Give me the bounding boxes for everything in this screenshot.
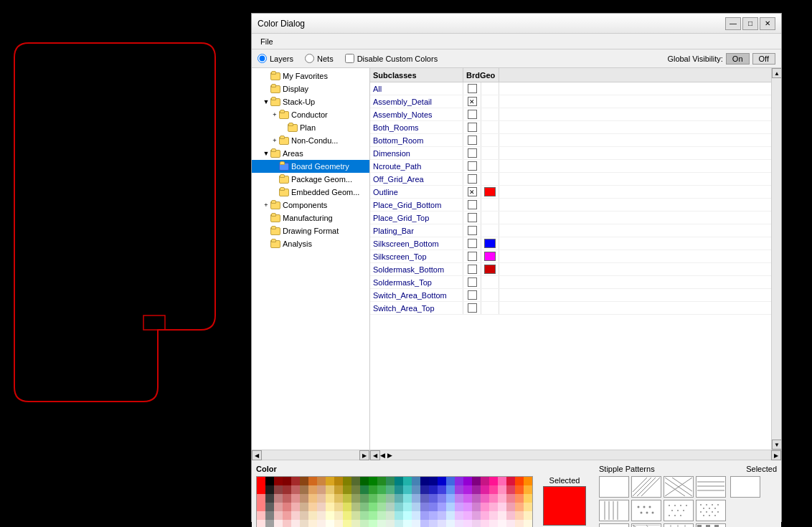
color-cell[interactable] <box>351 520 360 527</box>
color-cell[interactable] <box>420 477 429 485</box>
color-cell[interactable] <box>308 511 317 520</box>
color-swatch[interactable] <box>484 252 496 261</box>
stipple-cell-horizontal[interactable] <box>696 476 726 498</box>
color-cell[interactable] <box>463 494 472 503</box>
color-cell[interactable] <box>524 503 532 511</box>
scroll-track[interactable] <box>262 450 359 460</box>
color-cell[interactable] <box>386 511 395 520</box>
table-row[interactable]: Assembly_Notes <box>370 108 771 121</box>
color-cell[interactable] <box>377 520 386 527</box>
color-cell[interactable] <box>515 494 524 503</box>
color-cell[interactable] <box>463 485 472 494</box>
color-cell[interactable] <box>481 511 489 520</box>
checkbox[interactable] <box>468 174 477 184</box>
color-cell[interactable] <box>308 520 317 527</box>
color-cell[interactable] <box>351 477 360 485</box>
color-cell[interactable] <box>446 477 455 485</box>
row-checkbox[interactable] <box>463 173 481 185</box>
color-cell[interactable] <box>334 477 343 485</box>
row-name[interactable]: Plating_Bar <box>370 224 463 237</box>
visibility-on-button[interactable]: On <box>726 53 750 65</box>
color-cell[interactable] <box>455 511 463 520</box>
row-color[interactable] <box>481 276 499 288</box>
color-cell[interactable] <box>334 511 343 520</box>
color-cell[interactable] <box>403 511 412 520</box>
color-cell[interactable] <box>420 503 429 511</box>
color-cell[interactable] <box>403 520 412 527</box>
tree-item-stack-up[interactable]: ▼ Stack-Up <box>252 95 369 108</box>
visibility-off-button[interactable]: Off <box>752 53 775 65</box>
color-cell[interactable] <box>438 477 446 485</box>
color-cell[interactable] <box>360 485 369 494</box>
color-cell[interactable] <box>334 520 343 527</box>
color-cell[interactable] <box>412 494 420 503</box>
color-cell[interactable] <box>472 520 481 527</box>
checkbox[interactable] <box>468 303 477 313</box>
color-cell[interactable] <box>403 485 412 494</box>
table-row[interactable]: Dimension <box>370 147 771 160</box>
color-cell[interactable] <box>369 485 377 494</box>
scroll-left-button[interactable]: ◀ <box>252 450 262 460</box>
color-cell[interactable] <box>455 477 463 485</box>
color-cell[interactable] <box>498 520 506 527</box>
color-cell[interactable] <box>446 485 455 494</box>
row-name[interactable]: Silkscreen_Top <box>370 250 463 262</box>
color-cell[interactable] <box>300 520 308 527</box>
scroll-up-button[interactable]: ▲ <box>772 68 782 78</box>
color-cell[interactable] <box>283 511 291 520</box>
color-cell[interactable] <box>455 503 463 511</box>
scroll-track[interactable] <box>772 78 781 440</box>
tree-item-embedded-geom[interactable]: Embedded Geom... <box>252 186 369 199</box>
row-color[interactable] <box>481 186 499 198</box>
color-cell[interactable] <box>351 494 360 503</box>
color-cell[interactable] <box>429 511 438 520</box>
row-name[interactable]: Silkscreen_Bottom <box>370 237 463 250</box>
color-swatch[interactable] <box>484 187 496 196</box>
color-cell[interactable] <box>386 520 395 527</box>
color-cell[interactable] <box>506 520 515 527</box>
table-h-scrollbar[interactable]: ◀ ◀ ▶ ▶ <box>370 450 781 460</box>
color-cell[interactable] <box>403 494 412 503</box>
checkbox[interactable] <box>468 136 477 145</box>
color-cell[interactable] <box>343 485 351 494</box>
tree-item-package-geom[interactable]: Package Geom... <box>252 173 369 186</box>
tab-arrow-right[interactable]: ▶ <box>387 452 392 459</box>
color-cell[interactable] <box>412 477 420 485</box>
row-color[interactable] <box>481 82 499 95</box>
color-cell[interactable] <box>265 503 274 511</box>
row-checkbox[interactable] <box>463 121 481 133</box>
checkbox[interactable] <box>468 84 477 93</box>
color-cell[interactable] <box>438 511 446 520</box>
color-cell[interactable] <box>403 477 412 485</box>
color-cell[interactable] <box>446 503 455 511</box>
color-cell[interactable] <box>300 494 308 503</box>
color-cell[interactable] <box>395 485 403 494</box>
color-cell[interactable] <box>283 503 291 511</box>
layers-radio[interactable] <box>258 54 267 63</box>
tree-item-my-favorites[interactable]: My Favorites <box>252 70 369 82</box>
color-cell[interactable] <box>506 503 515 511</box>
row-name[interactable]: Dimension <box>370 147 463 159</box>
checkbox[interactable] <box>468 226 477 235</box>
color-cell[interactable] <box>351 503 360 511</box>
color-cell[interactable] <box>438 503 446 511</box>
color-cell[interactable] <box>343 494 351 503</box>
color-cell[interactable] <box>300 511 308 520</box>
color-cell[interactable] <box>429 485 438 494</box>
color-cell[interactable] <box>472 485 481 494</box>
color-cell[interactable] <box>489 503 498 511</box>
color-cell[interactable] <box>489 485 498 494</box>
color-cell[interactable] <box>369 511 377 520</box>
color-cell[interactable] <box>274 494 283 503</box>
color-cell[interactable] <box>308 503 317 511</box>
table-row[interactable]: All <box>370 82 771 95</box>
row-name[interactable]: Soldermask_Bottom <box>370 263 463 275</box>
minimize-button[interactable]: ― <box>725 17 741 30</box>
checkbox[interactable] <box>468 239 477 248</box>
color-cell[interactable] <box>395 520 403 527</box>
color-cell[interactable] <box>515 511 524 520</box>
tree-item-manufacturing[interactable]: Manufacturing <box>252 212 369 224</box>
color-cell[interactable] <box>429 503 438 511</box>
tree-item-areas[interactable]: ▼ Areas <box>252 147 369 160</box>
table-row[interactable]: Soldermask_Top <box>370 276 771 289</box>
